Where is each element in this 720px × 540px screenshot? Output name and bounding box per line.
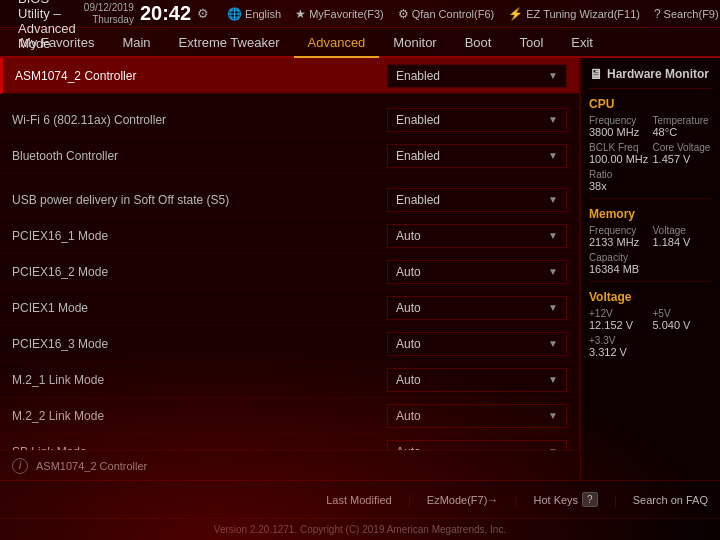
nav-main[interactable]: Main: [108, 28, 164, 58]
setting-label-pciex16-1: PCIEX16_1 Mode: [12, 229, 387, 243]
setting-dropdown-m2-1[interactable]: Auto ▼: [387, 368, 567, 392]
setting-row-asm1074[interactable]: ASM1074_2 Controller Enabled ▼: [0, 58, 579, 94]
setting-row-pciex1[interactable]: PCIEX1 Mode Auto ▼: [0, 290, 579, 326]
myfavorite-label: MyFavorite(F3): [309, 8, 384, 20]
dropdown-value-pciex16-2: Auto: [396, 265, 421, 279]
setting-label-m2-1: M.2_1 Link Mode: [12, 373, 387, 387]
setting-label-bluetooth: Bluetooth Controller: [12, 149, 387, 163]
setting-dropdown-sb-link[interactable]: Auto ▼: [387, 440, 567, 451]
info-icon: i: [12, 458, 28, 474]
capacity-value: 16384 MB: [589, 263, 712, 275]
nav-extreme-tweaker[interactable]: Extreme Tweaker: [165, 28, 294, 58]
setting-label-asm1074: ASM1074_2 Controller: [15, 69, 387, 83]
setting-dropdown-m2-2[interactable]: Auto ▼: [387, 404, 567, 428]
setting-label-usb-power: USB power delivery in Soft Off state (S5…: [12, 193, 387, 207]
capacity-label: Capacity: [589, 252, 712, 263]
setting-dropdown-asm1074[interactable]: Enabled ▼: [387, 64, 567, 88]
mem-freq-value: 2133 MHz: [589, 236, 649, 248]
setting-row-pciex16-3[interactable]: PCIEX16_3 Mode Auto ▼: [0, 326, 579, 362]
cpu-bclk-voltage-grid: BCLK Freq 100.00 MHz Core Voltage 1.457 …: [589, 142, 712, 165]
setting-dropdown-pciex16-1[interactable]: Auto ▼: [387, 224, 567, 248]
hw-section-memory: Memory: [589, 207, 712, 221]
monitor-icon: 🖥: [589, 66, 603, 82]
info-text: ASM1074_2 Controller: [36, 460, 147, 472]
setting-label-pciex1: PCIEX1 Mode: [12, 301, 387, 315]
setting-row-m2-1[interactable]: M.2_1 Link Mode Auto ▼: [0, 362, 579, 398]
setting-dropdown-wifi[interactable]: Enabled ▼: [387, 108, 567, 132]
footer-hotkeys[interactable]: Hot Keys ?: [533, 492, 597, 507]
setting-label-wifi: Wi-Fi 6 (802.11ax) Controller: [12, 113, 387, 127]
nav-tool[interactable]: Tool: [505, 28, 557, 58]
setting-row-bluetooth[interactable]: Bluetooth Controller Enabled ▼: [0, 138, 579, 174]
memory-voltage-divider: [589, 281, 712, 282]
footer-last-modified[interactable]: Last Modified: [326, 494, 391, 506]
language-label: English: [245, 8, 281, 20]
language-selector[interactable]: 🌐 English: [227, 7, 281, 21]
v12-label: +12V: [589, 308, 649, 319]
setting-dropdown-pciex16-2[interactable]: Auto ▼: [387, 260, 567, 284]
bclk-label: BCLK Freq: [589, 142, 649, 153]
v5-value: 5.040 V: [653, 319, 713, 331]
nav-bar: My Favorites Main Extreme Tweaker Advanc…: [0, 28, 720, 58]
info-bar: i ASM1074_2 Controller: [0, 450, 580, 480]
cpu-freq-value: 3800 MHz: [589, 126, 649, 138]
setting-dropdown-pciex16-3[interactable]: Auto ▼: [387, 332, 567, 356]
v5-label: +5V: [653, 308, 713, 319]
core-voltage-value: 1.457 V: [653, 153, 713, 165]
footer-search-faq[interactable]: Search on FAQ: [633, 494, 708, 506]
memory-capacity-row: Capacity 16384 MB: [589, 252, 712, 275]
core-voltage-label: Core Voltage: [653, 142, 713, 153]
chevron-down-icon: ▼: [548, 338, 558, 349]
setting-row-pciex16-2[interactable]: PCIEX16_2 Mode Auto ▼: [0, 254, 579, 290]
hw-monitor-panel: 🖥 Hardware Monitor CPU Frequency 3800 MH…: [580, 58, 720, 480]
dropdown-value-asm1074: Enabled: [396, 69, 440, 83]
dropdown-value-m2-1: Auto: [396, 373, 421, 387]
nav-boot[interactable]: Boot: [451, 28, 506, 58]
myfavorite-button[interactable]: ★ MyFavorite(F3): [295, 7, 384, 21]
chevron-down-icon: ▼: [548, 194, 558, 205]
setting-row-pciex16-1[interactable]: PCIEX16_1 Mode Auto ▼: [0, 218, 579, 254]
date-display: 09/12/2019Thursday: [84, 2, 134, 26]
cpu-temp-label: Temperature: [653, 115, 713, 126]
setting-row-sb-link[interactable]: SB Link Mode Auto ▼: [0, 434, 579, 450]
nav-monitor[interactable]: Monitor: [379, 28, 450, 58]
mem-freq-label: Frequency: [589, 225, 649, 236]
ez-tuning-button[interactable]: ⚡ EZ Tuning Wizard(F11): [508, 7, 640, 21]
nav-exit[interactable]: Exit: [557, 28, 607, 58]
chevron-down-icon: ▼: [548, 410, 558, 421]
setting-dropdown-pciex1[interactable]: Auto ▼: [387, 296, 567, 320]
footer-separator-1: |: [408, 493, 411, 507]
voltage-33v-row: +3.3V 3.312 V: [589, 335, 712, 358]
dropdown-value-pciex1: Auto: [396, 301, 421, 315]
dropdown-value-m2-2: Auto: [396, 409, 421, 423]
setting-row-m2-2[interactable]: M.2_2 Link Mode Auto ▼: [0, 398, 579, 434]
title-bar-actions: 🌐 English ★ MyFavorite(F3) ⚙ Qfan Contro…: [227, 7, 720, 21]
dropdown-value-pciex16-1: Auto: [396, 229, 421, 243]
nav-my-favorites[interactable]: My Favorites: [6, 28, 108, 58]
search-button[interactable]: ? Search(F9): [654, 7, 719, 21]
memory-freq-voltage-grid: Frequency 2133 MHz Voltage 1.184 V: [589, 225, 712, 248]
footer-separator-3: |: [614, 493, 617, 507]
setting-row-wifi[interactable]: Wi-Fi 6 (802.11ax) Controller Enabled ▼: [0, 102, 579, 138]
footer-bar: Last Modified | EzMode(F7)→ | Hot Keys ?…: [0, 480, 720, 518]
language-icon: 🌐: [227, 7, 242, 21]
nav-advanced[interactable]: Advanced: [294, 28, 380, 58]
main-content: ASM1074_2 Controller Enabled ▼ Wi-Fi 6 (…: [0, 58, 720, 480]
chevron-down-icon: ▼: [548, 266, 558, 277]
setting-dropdown-usb-power[interactable]: Enabled ▼: [387, 188, 567, 212]
settings-column: ASM1074_2 Controller Enabled ▼ Wi-Fi 6 (…: [0, 58, 580, 480]
settings-gear-icon[interactable]: ⚙: [197, 6, 209, 21]
chevron-down-icon: ▼: [548, 114, 558, 125]
qfan-button[interactable]: ⚙ Qfan Control(F6): [398, 7, 495, 21]
ez-tuning-label: EZ Tuning Wizard(F11): [526, 8, 640, 20]
settings-panel: ASM1074_2 Controller Enabled ▼ Wi-Fi 6 (…: [0, 58, 580, 450]
spacer-1: [0, 94, 579, 102]
setting-dropdown-bluetooth[interactable]: Enabled ▼: [387, 144, 567, 168]
copyright-text: Version 2.20.1271. Copyright (C) 2019 Am…: [214, 524, 506, 535]
setting-row-usb-power[interactable]: USB power delivery in Soft Off state (S5…: [0, 182, 579, 218]
footer-ezmode[interactable]: EzMode(F7)→: [427, 494, 499, 506]
chevron-down-icon: ▼: [548, 70, 558, 81]
cpu-ratio-row: Ratio 38x: [589, 169, 712, 192]
hw-section-voltage: Voltage: [589, 290, 712, 304]
voltage-12v-5v-grid: +12V 12.152 V +5V 5.040 V: [589, 308, 712, 331]
